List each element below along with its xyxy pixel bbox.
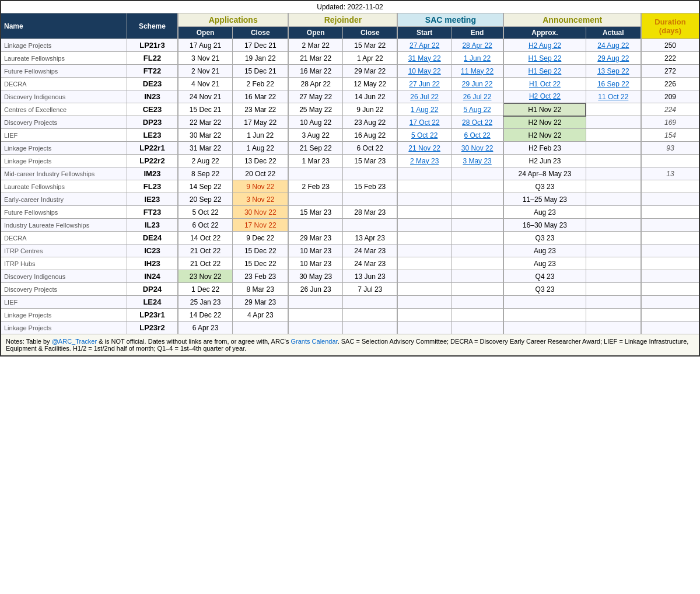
app-open: 8 Sep 22 bbox=[178, 167, 233, 180]
ann-actual[interactable]: 11 Oct 22 bbox=[586, 90, 641, 103]
app-open: 6 Apr 23 bbox=[178, 322, 233, 334]
table-row: Linkage ProjectsLP21r317 Aug 2117 Dec 21… bbox=[1, 39, 699, 52]
sac-start[interactable]: 1 Aug 22 bbox=[397, 103, 451, 116]
ann-approx: Aug 23 bbox=[503, 244, 586, 257]
sac-start[interactable]: 27 Apr 22 bbox=[397, 39, 451, 52]
sac-start bbox=[397, 219, 451, 232]
rej-close: 24 Mar 23 bbox=[343, 244, 398, 257]
ann-approx: H2 Feb 23 bbox=[503, 142, 586, 155]
rej-open: 10 Mar 23 bbox=[288, 244, 342, 257]
schedule-table: Updated: 2022-11-02 Name Scheme Applicat… bbox=[0, 0, 700, 357]
ann-approx: H2 Nov 22 bbox=[503, 116, 586, 129]
app-open: 14 Dec 22 bbox=[178, 309, 233, 322]
ann-approx[interactable]: H2 Oct 22 bbox=[503, 90, 586, 103]
table-row: Discovery ProjectsDP2322 Mar 2217 May 22… bbox=[1, 116, 699, 129]
ann-approx[interactable]: H1 Oct 22 bbox=[503, 78, 586, 90]
row-scheme: DE23 bbox=[127, 78, 178, 90]
sac-start[interactable]: 2 May 23 bbox=[397, 155, 451, 167]
app-open: 6 Oct 22 bbox=[178, 219, 233, 232]
row-scheme: LP23r1 bbox=[127, 309, 178, 322]
rej-open bbox=[288, 309, 342, 322]
sac-end[interactable]: 5 Aug 22 bbox=[451, 103, 503, 116]
sac-end[interactable]: 26 Jul 22 bbox=[451, 90, 503, 103]
rej-close: 6 Oct 22 bbox=[343, 142, 398, 155]
rej-close bbox=[343, 322, 398, 334]
sac-start bbox=[397, 193, 451, 206]
table-row: Future FellowshipsFT235 Oct 2230 Nov 221… bbox=[1, 206, 699, 219]
th-announcement: Announcement bbox=[503, 13, 641, 27]
ann-approx: Aug 23 bbox=[503, 257, 586, 270]
ann-actual bbox=[586, 116, 641, 129]
ann-approx[interactable]: H1 Sep 22 bbox=[503, 52, 586, 65]
rej-close: 13 Apr 23 bbox=[343, 232, 398, 244]
rej-open: 27 May 22 bbox=[288, 90, 342, 103]
sac-end bbox=[451, 180, 503, 193]
rej-close: 15 Mar 22 bbox=[343, 39, 398, 52]
duration bbox=[641, 219, 699, 232]
app-open: 20 Sep 22 bbox=[178, 193, 233, 206]
sac-end[interactable]: 1 Jun 22 bbox=[451, 52, 503, 65]
sac-start[interactable]: 26 Jul 22 bbox=[397, 90, 451, 103]
ann-actual[interactable]: 24 Aug 22 bbox=[586, 39, 641, 52]
sac-end[interactable]: 28 Apr 22 bbox=[451, 39, 503, 52]
table-row: DECRADE2414 Oct 229 Dec 2229 Mar 2313 Ap… bbox=[1, 232, 699, 244]
row-scheme: LP23r2 bbox=[127, 322, 178, 334]
sac-start[interactable]: 27 Jun 22 bbox=[397, 78, 451, 90]
table-row: Discovery IndigenousIN2324 Nov 2116 Mar … bbox=[1, 90, 699, 103]
sac-end[interactable]: 3 May 23 bbox=[451, 155, 503, 167]
arc-tracker-link[interactable]: @ARC_Tracker bbox=[52, 338, 97, 345]
ann-approx bbox=[503, 322, 586, 334]
sac-end bbox=[451, 219, 503, 232]
rej-open bbox=[288, 219, 342, 232]
ann-approx bbox=[503, 296, 586, 309]
sac-end[interactable]: 28 Oct 22 bbox=[451, 116, 503, 129]
row-scheme: DP24 bbox=[127, 283, 178, 296]
th-rej-open: Open bbox=[288, 27, 342, 39]
ann-actual bbox=[586, 283, 641, 296]
sac-start[interactable]: 21 Nov 22 bbox=[397, 142, 451, 155]
th-sac: SAC meeting bbox=[397, 13, 503, 27]
sac-end[interactable]: 6 Oct 22 bbox=[451, 129, 503, 142]
duration bbox=[641, 322, 699, 334]
sac-end[interactable]: 30 Nov 22 bbox=[451, 142, 503, 155]
rej-close: 16 Aug 22 bbox=[343, 129, 398, 142]
row-scheme: DP23 bbox=[127, 116, 178, 129]
rej-close: 14 Jun 22 bbox=[343, 90, 398, 103]
app-close: 1 Jun 22 bbox=[233, 129, 289, 142]
th-rejoinder: Rejoinder bbox=[288, 13, 397, 27]
sac-end[interactable]: 11 May 22 bbox=[451, 65, 503, 78]
row-scheme: IL23 bbox=[127, 219, 178, 232]
sac-start[interactable]: 5 Oct 22 bbox=[397, 129, 451, 142]
duration bbox=[641, 232, 699, 244]
duration: 13 bbox=[641, 167, 699, 180]
ann-approx[interactable]: H2 Aug 22 bbox=[503, 39, 586, 52]
duration bbox=[641, 309, 699, 322]
ann-approx bbox=[503, 309, 586, 322]
sac-start bbox=[397, 180, 451, 193]
ann-actual bbox=[586, 193, 641, 206]
ann-approx[interactable]: H1 Sep 22 bbox=[503, 65, 586, 78]
ann-actual[interactable]: 16 Sep 22 bbox=[586, 78, 641, 90]
duration bbox=[641, 283, 699, 296]
sac-start[interactable]: 17 Oct 22 bbox=[397, 116, 451, 129]
ann-approx: H2 Jun 23 bbox=[503, 155, 586, 167]
sac-start[interactable]: 31 May 22 bbox=[397, 52, 451, 65]
app-close: 1 Aug 22 bbox=[233, 142, 289, 155]
ann-approx: H2 Nov 22 bbox=[503, 129, 586, 142]
sac-end[interactable]: 29 Jun 22 bbox=[451, 78, 503, 90]
table-row: ITRP CentresIC2321 Oct 2215 Dec 2210 Mar… bbox=[1, 244, 699, 257]
app-open: 15 Dec 21 bbox=[178, 103, 233, 116]
table-row: ITRP HubsIH2321 Oct 2215 Dec 2210 Mar 23… bbox=[1, 257, 699, 270]
sac-start[interactable]: 10 May 22 bbox=[397, 65, 451, 78]
row-name: Centres of Excellence bbox=[1, 103, 127, 116]
row-name: Discovery Indigenous bbox=[1, 90, 127, 103]
duration: 209 bbox=[641, 90, 699, 103]
rej-open: 10 Aug 22 bbox=[288, 116, 342, 129]
ann-actual[interactable]: 13 Sep 22 bbox=[586, 65, 641, 78]
ann-actual[interactable]: 29 Aug 22 bbox=[586, 52, 641, 65]
grants-calendar-link[interactable]: Grants Calendar bbox=[291, 338, 338, 345]
ann-actual bbox=[586, 142, 641, 155]
sac-start bbox=[397, 257, 451, 270]
updated-text: Updated: 2022-11-02 bbox=[317, 3, 383, 11]
rej-close: 23 Aug 22 bbox=[343, 116, 398, 129]
